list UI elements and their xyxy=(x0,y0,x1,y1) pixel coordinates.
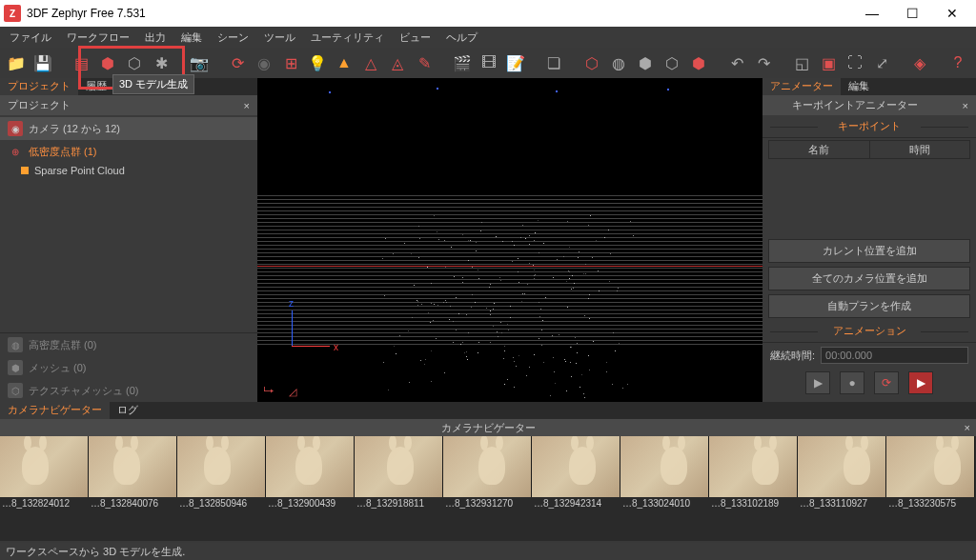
tooltip: 3D モデル生成 xyxy=(112,74,194,94)
open-icon[interactable]: 📁 xyxy=(6,52,27,73)
rotate-icon[interactable]: ⟳ xyxy=(227,52,248,73)
thumbnail-label: …8_133024010 xyxy=(620,497,709,512)
tri-outline-icon[interactable]: △ xyxy=(360,52,381,73)
mesh-tree-icon: ⬢ xyxy=(8,360,23,375)
maximize-icon[interactable]: ⤢ xyxy=(871,52,892,73)
menu-view[interactable]: ビュー xyxy=(394,29,437,47)
titlebar: Z 3DF Zephyr Free 7.531 — ☐ ✕ xyxy=(0,0,976,27)
corner-icon[interactable]: ◱ xyxy=(791,52,812,73)
toolbar: 3D モデル生成 📁 💾 ▤ ⬢ ⬡ ✱ 📷 ⟳ ◉ ⊞ 💡 ▲ △ ◬ ✎ 🎬… xyxy=(0,48,976,78)
undo-icon[interactable]: ↶ xyxy=(726,52,747,73)
minimize-button[interactable]: — xyxy=(852,0,892,27)
tab-history[interactable]: 履歴 xyxy=(78,78,114,95)
viewport-3d[interactable]: zx ⮡ ◿ xyxy=(257,78,762,402)
add-allcam-button[interactable]: 全てのカメラ位置を追加 xyxy=(768,267,970,290)
model-hex-icon[interactable]: ⬡ xyxy=(124,52,145,73)
target-icon[interactable]: ◉ xyxy=(254,52,274,73)
dense-tree-icon: ◍ xyxy=(8,337,23,352)
play-red-button[interactable]: ▶ xyxy=(908,371,933,394)
menu-tool[interactable]: ツール xyxy=(258,29,301,47)
add-current-button[interactable]: カレント位置を追加 xyxy=(768,239,970,263)
maximize-button[interactable]: ☐ xyxy=(892,0,932,27)
help-icon[interactable]: ? xyxy=(947,52,968,73)
menu-help[interactable]: ヘルプ xyxy=(440,29,483,47)
tab-camera-navigator[interactable]: カメラナビゲーター xyxy=(0,402,110,419)
movie-icon[interactable]: 🎬 xyxy=(452,52,473,73)
menu-workflow[interactable]: ワークフロー xyxy=(61,29,135,47)
sphere-icon[interactable]: ◍ xyxy=(608,52,629,73)
thumbnail-label: …8_132918811 xyxy=(355,497,443,512)
layers-icon[interactable]: ❏ xyxy=(543,52,564,73)
tree-mesh[interactable]: ⬢ メッシュ (0) xyxy=(0,356,257,379)
thumbnail[interactable]: …8_132840076 xyxy=(89,436,177,512)
thumbnail[interactable]: …8_132824012 xyxy=(0,436,89,512)
menu-output[interactable]: 出力 xyxy=(139,29,172,47)
tab-project[interactable]: プロジェクト xyxy=(0,78,78,95)
grid-icon[interactable]: ⊞ xyxy=(280,52,301,73)
menu-utility[interactable]: ユーティリティ xyxy=(305,29,390,47)
duration-label: 継続時間: xyxy=(770,349,815,363)
model-gen-icon[interactable]: ⬢ xyxy=(97,52,118,73)
window-title: 3DF Zephyr Free 7.531 xyxy=(27,7,852,20)
redo-icon[interactable]: ↷ xyxy=(753,52,774,73)
tree-cameras[interactable]: ◉ カメラ (12 から 12) xyxy=(0,117,257,140)
thumbnail[interactable]: …8_133110927 xyxy=(798,436,886,512)
workflow-wizard-icon[interactable]: ▤ xyxy=(71,52,92,73)
tree-dense[interactable]: ◍ 高密度点群 (0) xyxy=(0,333,257,356)
cube-icon[interactable]: ◈ xyxy=(909,52,930,73)
clapper-icon[interactable]: 🎞 xyxy=(478,52,499,73)
thumbnail[interactable]: …8_133230575 xyxy=(886,436,975,512)
bottom-tabs: カメラナビゲーター ログ xyxy=(0,402,976,419)
record-button[interactable]: ● xyxy=(840,371,864,394)
model-gear-icon[interactable]: ✱ xyxy=(151,52,172,73)
thumbnail-strip[interactable]: …8_132824012…8_132840076…8_132850946…8_1… xyxy=(0,436,976,512)
thumbnail-label: …8_133230575 xyxy=(886,497,975,512)
menu-scene[interactable]: シーン xyxy=(212,29,254,47)
tab-edit[interactable]: 編集 xyxy=(841,78,877,95)
duration-input[interactable] xyxy=(821,347,968,364)
triforce-icon[interactable]: ▲ xyxy=(334,52,355,73)
frame-icon[interactable]: ▣ xyxy=(818,52,839,73)
thumbnail[interactable]: …8_133102189 xyxy=(709,436,798,512)
menu-file[interactable]: ファイル xyxy=(4,29,57,47)
right-tabs: アニメーター 編集 xyxy=(762,78,976,95)
bullet-icon xyxy=(21,167,29,174)
thumbnail-label: …8_133110927 xyxy=(798,497,886,512)
thumbnail[interactable]: …8_132931270 xyxy=(443,436,532,512)
navigator-close-icon[interactable]: × xyxy=(965,422,970,433)
thumbnail[interactable]: …8_132850946 xyxy=(177,436,266,512)
app-logo-icon: Z xyxy=(4,5,21,22)
hex-red-icon[interactable]: ⬢ xyxy=(688,52,709,73)
tab-animator[interactable]: アニメーター xyxy=(762,78,841,95)
tab-log[interactable]: ログ xyxy=(110,402,146,419)
play-button[interactable]: ▶ xyxy=(805,371,830,394)
thumbnail-label: …8_132900439 xyxy=(266,497,355,512)
camera-icon[interactable]: 📷 xyxy=(189,52,210,73)
close-button[interactable]: ✕ xyxy=(932,0,972,27)
hex-fill-icon[interactable]: ⬢ xyxy=(635,52,656,73)
animator-close-icon[interactable]: × xyxy=(963,100,968,111)
panel-close-icon[interactable]: × xyxy=(244,100,250,111)
save-icon[interactable]: 💾 xyxy=(32,52,53,73)
thumbnail[interactable]: …8_132918811 xyxy=(355,436,443,512)
pencil-icon[interactable]: ✎ xyxy=(414,52,435,73)
autoplan-button[interactable]: 自動プランを作成 xyxy=(768,294,970,318)
fullscreen-icon[interactable]: ⛶ xyxy=(844,52,865,73)
tree-sparse-child[interactable]: Sparse Point Cloud xyxy=(0,163,257,178)
thumbnail[interactable]: …8_133024010 xyxy=(620,436,709,512)
note-icon[interactable]: 📝 xyxy=(505,52,526,73)
menu-edit[interactable]: 編集 xyxy=(175,29,208,47)
tri-split-icon[interactable]: ◬ xyxy=(387,52,408,73)
tree-tex[interactable]: ⬡ テクスチャメッシュ (0) xyxy=(0,379,257,402)
hex-dot-icon[interactable]: ⬡ xyxy=(581,52,602,73)
tree-sparse[interactable]: ⊕ 低密度点群 (1) xyxy=(0,140,257,163)
camera-tree-icon: ◉ xyxy=(8,121,23,136)
thumbnail[interactable]: …8_132942314 xyxy=(532,436,620,512)
loop-button[interactable]: ⟳ xyxy=(874,371,899,394)
light-icon[interactable]: 💡 xyxy=(307,52,328,73)
thumbnail[interactable]: …8_132900439 xyxy=(266,436,355,512)
thumbnail-label: …8_132824012 xyxy=(0,497,89,512)
thumbnail-label: …8_133102189 xyxy=(709,497,798,512)
keyframe-list[interactable] xyxy=(768,161,970,237)
hex-outline-icon[interactable]: ⬡ xyxy=(661,52,682,73)
